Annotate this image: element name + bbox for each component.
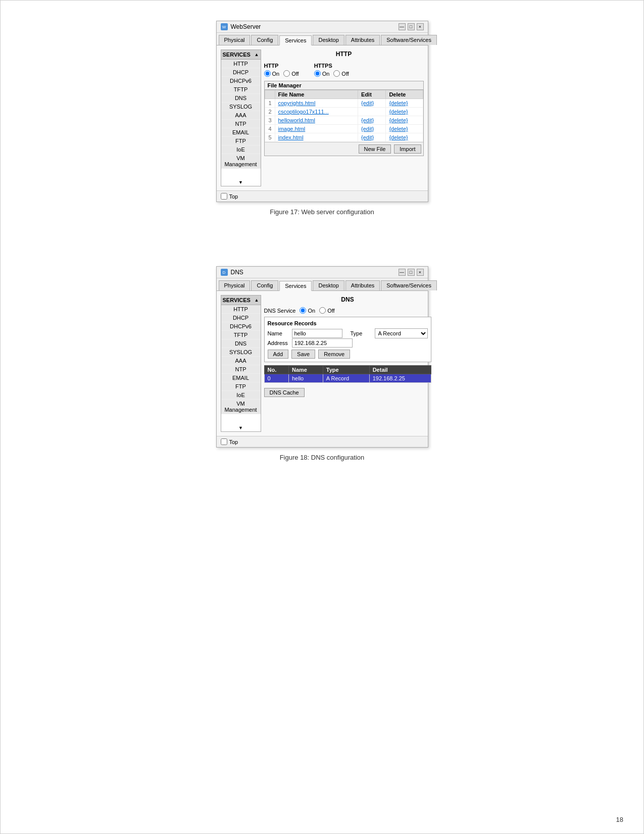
add-button[interactable]: Add [268, 350, 289, 359]
file-name[interactable]: helloworld.html [275, 116, 358, 125]
save-button[interactable]: Save [291, 350, 315, 359]
dns-sidebar-http[interactable]: HTTP [221, 305, 261, 314]
dns-col-detail: Detail [369, 366, 431, 374]
tab-attributes[interactable]: Attributes [345, 35, 380, 45]
table-row: 5 index.html {edit} {delete} [265, 133, 423, 142]
file-name[interactable]: copyrights.html [275, 99, 358, 108]
resource-records-section: Resource Records Name Type A Record AAAA… [264, 317, 431, 362]
sidebar-item-dhcp[interactable]: DHCP [221, 68, 261, 77]
dns-off-option[interactable]: Off [319, 307, 334, 314]
dns-close-button[interactable]: × [417, 269, 424, 276]
file-delete[interactable]: {delete} [386, 125, 423, 133]
file-delete[interactable]: {delete} [386, 133, 423, 142]
https-on-radio[interactable] [314, 70, 321, 77]
tab-services[interactable]: Services [279, 35, 312, 45]
dns-off-radio[interactable] [319, 307, 326, 314]
sidebar-scroll-down[interactable]: ▼ [221, 179, 261, 186]
file-edit[interactable]: {edit} [358, 125, 386, 133]
file-name[interactable]: index.html [275, 133, 358, 142]
dns-sidebar-syslog[interactable]: SYSLOG [221, 348, 261, 357]
dns-top-checkbox[interactable] [221, 438, 227, 445]
sidebar-scroll-up[interactable]: ▲ [255, 52, 259, 57]
http-label: HTTP [264, 63, 299, 69]
file-delete[interactable]: {delete} [386, 108, 423, 116]
dns-sidebar-ioe[interactable]: IoE [221, 391, 261, 400]
dns-sidebar-scroll-down[interactable]: ▼ [221, 424, 261, 431]
dns-sidebar-ftp[interactable]: FTP [221, 382, 261, 391]
import-button[interactable]: Import [394, 144, 421, 154]
https-off-radio[interactable] [333, 70, 340, 77]
http-off-option[interactable]: Off [283, 70, 299, 77]
top-checkbox[interactable] [221, 193, 227, 200]
dns-sidebar: SERVICES ▲ HTTP DHCP DHCPv6 TFTP DNS SYS… [221, 295, 261, 432]
name-input[interactable] [292, 329, 342, 338]
dns-sidebar-dhcp[interactable]: DHCP [221, 314, 261, 322]
type-select[interactable]: A Record AAAA Record CNAME Record [375, 328, 428, 338]
http-on-radio[interactable] [264, 70, 271, 77]
sidebar-item-dhcpv6[interactable]: DHCPv6 [221, 77, 261, 85]
tab-config[interactable]: Config [251, 35, 278, 45]
sidebar-item-ntp[interactable]: NTP [221, 120, 261, 128]
sidebar-item-vm-management[interactable]: VM Management [221, 154, 261, 169]
col-filename: File Name [275, 90, 358, 99]
file-edit[interactable]: {edit} [358, 116, 386, 125]
dns-tab-services[interactable]: Services [279, 281, 312, 291]
sidebar-item-aaa[interactable]: AAA [221, 111, 261, 120]
dns-sidebar-email[interactable]: EMAIL [221, 374, 261, 382]
dns-maximize-button[interactable]: □ [408, 269, 415, 276]
figure18-caption: Figure 18: DNS configuration [280, 454, 365, 461]
dns-service-row: DNS Service On Off [264, 307, 431, 314]
file-delete[interactable]: {delete} [386, 99, 423, 108]
dns-sidebar-ntp[interactable]: NTP [221, 365, 261, 374]
dns-tab-config[interactable]: Config [251, 280, 278, 290]
new-file-button[interactable]: New File [359, 144, 391, 154]
sidebar-item-ftp[interactable]: FTP [221, 137, 261, 145]
figure17-caption: Figure 17: Web server configuration [270, 208, 374, 216]
http-on-option[interactable]: On [264, 70, 280, 77]
dns-minimize-button[interactable]: — [399, 269, 406, 276]
sidebar-item-dns[interactable]: DNS [221, 94, 261, 103]
sidebar-item-syslog[interactable]: SYSLOG [221, 103, 261, 111]
tab-software-services[interactable]: Software/Services [381, 35, 437, 45]
sidebar-item-tftp[interactable]: TFTP [221, 85, 261, 94]
close-button[interactable]: × [417, 23, 424, 30]
minimize-button[interactable]: — [399, 23, 406, 30]
dns-sidebar-vm[interactable]: VM Management [221, 400, 261, 414]
https-off-option[interactable]: Off [333, 70, 349, 77]
dns-cache-button[interactable]: DNS Cache [264, 388, 305, 397]
dns-tab-software-services[interactable]: Software/Services [381, 280, 437, 290]
sidebar-item-http[interactable]: HTTP [221, 60, 261, 68]
http-section: HTTP On Off [264, 63, 299, 77]
http-off-radio[interactable] [283, 70, 290, 77]
file-edit[interactable]: {edit} [358, 99, 386, 108]
dns-sidebar-dns[interactable]: DNS [221, 339, 261, 348]
type-label: Type [351, 330, 371, 336]
https-on-option[interactable]: On [314, 70, 330, 77]
file-edit[interactable]: {edit} [358, 133, 386, 142]
dns-tab-physical[interactable]: Physical [219, 280, 251, 290]
maximize-button[interactable]: □ [408, 23, 415, 30]
dns-tab-desktop[interactable]: Desktop [313, 280, 344, 290]
main-panel: HTTP HTTP On [264, 50, 424, 186]
sidebar: SERVICES ▲ HTTP DHCP DHCPv6 TFTP DNS SYS… [221, 50, 261, 186]
sidebar-item-ioe[interactable]: IoE [221, 145, 261, 154]
file-delete[interactable]: {delete} [386, 116, 423, 125]
dns-title-group: D DNS [221, 269, 243, 276]
dns-on-radio[interactable] [300, 307, 306, 314]
dns-sidebar-aaa[interactable]: AAA [221, 357, 261, 365]
tab-desktop[interactable]: Desktop [313, 35, 344, 45]
file-name[interactable]: cscoptilogo17x111... [275, 108, 358, 116]
dns-table-row[interactable]: 0 hello A Record 192.168.2.25 [264, 374, 431, 383]
dns-sidebar-scroll-up[interactable]: ▲ [255, 298, 259, 303]
sidebar-item-email[interactable]: EMAIL [221, 128, 261, 137]
address-input[interactable] [292, 338, 353, 348]
tab-physical[interactable]: Physical [219, 35, 251, 45]
dns-sidebar-tftp[interactable]: TFTP [221, 331, 261, 339]
dns-tab-attributes[interactable]: Attributes [345, 280, 380, 290]
https-radio-row: On Off [314, 70, 349, 77]
table-row: 2 cscoptilogo17x111... {delete} [265, 108, 423, 116]
file-name[interactable]: image.html [275, 125, 358, 133]
dns-sidebar-dhcpv6[interactable]: DHCPv6 [221, 322, 261, 331]
dns-on-option[interactable]: On [300, 307, 315, 314]
remove-button[interactable]: Remove [318, 350, 350, 359]
